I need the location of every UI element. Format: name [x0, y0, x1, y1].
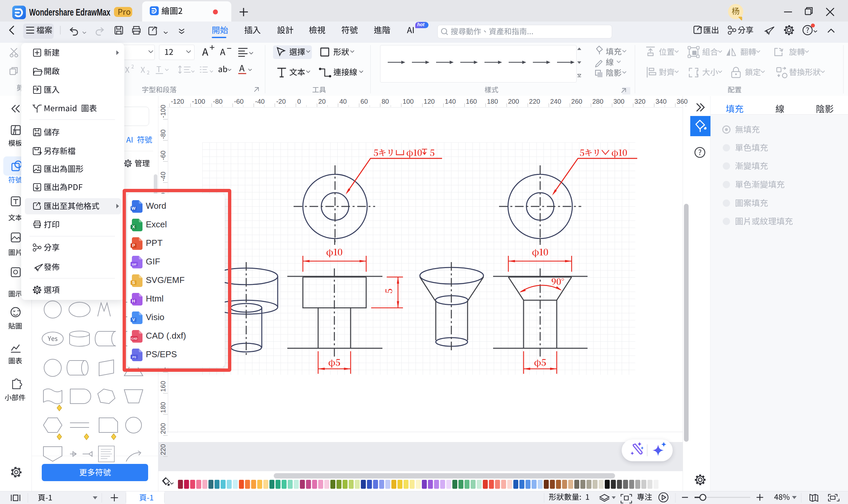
svg-text:PS/EPS: PS/EPS	[146, 349, 177, 359]
svg-text:W: W	[131, 206, 136, 211]
svg-text:V: V	[132, 317, 135, 322]
svg-text:CAD: CAD	[131, 337, 137, 340]
svg-text:GIF: GIF	[132, 263, 137, 266]
svg-text:SVG/EMF: SVG/EMF	[146, 275, 185, 285]
svg-text:Visio: Visio	[146, 312, 164, 322]
svg-text:Html: Html	[146, 293, 163, 304]
svg-text:PS: PS	[132, 356, 136, 359]
svg-text:Excel: Excel	[146, 219, 167, 229]
svg-text:H: H	[132, 299, 135, 304]
svg-text:Word: Word	[146, 201, 166, 211]
svg-text:S: S	[132, 280, 135, 285]
svg-text:X: X	[132, 224, 135, 229]
svg-text:GIF: GIF	[146, 256, 160, 266]
svg-text:P: P	[132, 243, 135, 248]
svg-text:PPT: PPT	[146, 238, 163, 248]
svg-text:CAD (.dxf): CAD (.dxf)	[146, 331, 186, 341]
